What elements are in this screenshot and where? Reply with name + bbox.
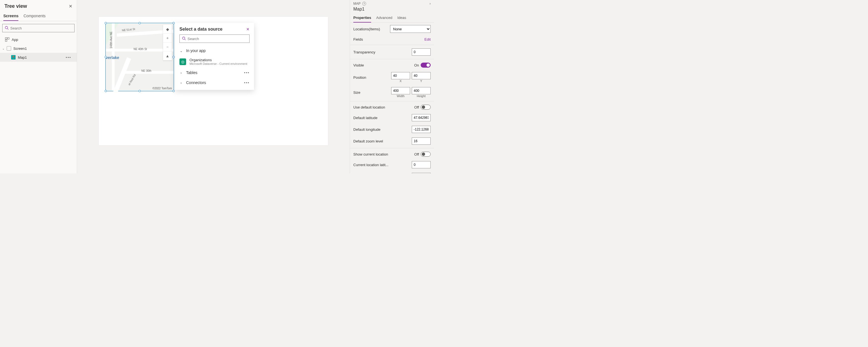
width-input[interactable] — [391, 87, 410, 94]
use-default-loc-state: Off — [414, 105, 419, 109]
def-zoom-input[interactable] — [412, 137, 431, 145]
svg-rect-3 — [7, 38, 9, 39]
tree-map-label: Map1 — [18, 55, 27, 60]
fields-label: Fields — [353, 37, 363, 41]
svg-point-5 — [183, 37, 185, 39]
tab-properties[interactable]: Properties — [353, 13, 371, 23]
tab-ideas[interactable]: Ideas — [397, 13, 406, 23]
tree-app-label: App — [12, 38, 18, 42]
map-control[interactable]: 148th Ave NE NE 51st St NE 40th St NE 30… — [105, 23, 174, 91]
control-type: MAP — [353, 2, 361, 6]
dataverse-icon: ◎ — [180, 58, 186, 65]
locations-select[interactable]: None — [390, 25, 431, 33]
cur-lat-input[interactable] — [412, 161, 431, 168]
tree-search[interactable] — [2, 24, 74, 32]
road-label: NE 51st St — [122, 28, 135, 32]
app-icon — [5, 37, 9, 42]
data-source-popup: Select a data source ✕ ⌄ In your app ◎ O… — [175, 23, 254, 90]
tab-advanced[interactable]: Advanced — [376, 13, 392, 23]
svg-rect-2 — [5, 38, 7, 39]
resize-handle[interactable] — [173, 56, 175, 58]
city-label: verlake — [106, 55, 119, 60]
road-label: NE 30th — [141, 69, 151, 72]
help-icon[interactable]: ? — [362, 2, 366, 6]
road-label: 148th Ave NE — [110, 31, 113, 49]
tab-components[interactable]: Components — [23, 11, 45, 21]
properties-panel: MAP ? › Map1 Properties Advanced Ideas L… — [350, 0, 434, 174]
height-input[interactable] — [412, 87, 431, 94]
road-label: el Red Rd — [127, 73, 136, 86]
use-default-loc-toggle[interactable] — [421, 105, 431, 109]
tab-screens[interactable]: Screens — [3, 11, 18, 21]
more-icon[interactable]: ••• — [244, 81, 250, 85]
ds-section-label: Tables — [186, 70, 241, 75]
resize-handle[interactable] — [173, 22, 175, 24]
chevron-down-icon: ⌄ — [180, 49, 183, 53]
ds-section-label: In your app — [186, 49, 250, 53]
ds-tables[interactable]: › Tables ••• — [175, 68, 254, 77]
y-sublabel: Y — [412, 79, 431, 83]
transparency-input[interactable] — [412, 49, 431, 56]
tree-app[interactable]: App — [0, 35, 77, 44]
resize-handle[interactable] — [104, 22, 107, 24]
ds-search[interactable] — [180, 34, 250, 43]
chevron-down-icon[interactable]: ⌄ — [2, 47, 4, 50]
ds-organizations[interactable]: ◎ Organizations Microsoft Dataverse - Cu… — [175, 56, 254, 68]
show-cur-label: Show current location — [353, 152, 388, 156]
show-cur-toggle[interactable] — [421, 152, 431, 157]
svg-line-1 — [7, 28, 9, 30]
cur-lon-input[interactable] — [412, 173, 431, 174]
position-y-input[interactable] — [412, 72, 431, 79]
close-icon[interactable]: ✕ — [69, 4, 72, 9]
def-lat-input[interactable] — [412, 114, 431, 121]
ds-section-label: Connectors — [186, 81, 241, 85]
ds-connectors[interactable]: › Connectors ••• — [175, 77, 254, 88]
show-cur-state: Off — [414, 152, 419, 156]
def-lat-label: Default latitude — [353, 116, 377, 120]
app-screen[interactable]: 148th Ave NE NE 51st St NE 40th St NE 30… — [99, 17, 328, 145]
width-sublabel: Width — [391, 94, 410, 98]
svg-rect-4 — [5, 40, 7, 41]
tree-screen1[interactable]: ⌄ Screen1 — [0, 44, 77, 53]
pitch-button[interactable]: ◆ — [163, 25, 172, 34]
edit-fields-button[interactable]: Edit — [425, 37, 431, 41]
ds-title: Select a data source — [180, 27, 223, 32]
expand-icon[interactable]: › — [430, 2, 431, 6]
chevron-right-icon: › — [180, 71, 183, 75]
zoom-in-button[interactable]: ＋ — [163, 34, 172, 42]
ds-search-input[interactable] — [187, 37, 247, 41]
zoom-out-button[interactable]: － — [163, 42, 172, 52]
x-sublabel: X — [391, 79, 410, 83]
position-label: Position — [353, 75, 366, 80]
search-icon — [182, 36, 186, 41]
close-icon[interactable]: ✕ — [246, 27, 250, 31]
screen-icon — [7, 46, 11, 51]
tree-view-panel: Tree view ✕ Screens Components App ⌄ Scr… — [0, 0, 77, 174]
def-lon-label: Default longitude — [353, 127, 380, 132]
locate-button[interactable]: ▲ — [163, 52, 172, 60]
ds-item-title: Organizations — [189, 58, 247, 62]
position-x-input[interactable] — [391, 72, 410, 79]
tree-map1[interactable]: 📍 Map1 ••• — [0, 53, 77, 62]
control-name: Map1 — [350, 7, 434, 13]
def-lon-input[interactable] — [412, 126, 431, 133]
resize-handle[interactable] — [104, 56, 107, 58]
svg-line-6 — [185, 39, 186, 40]
ds-in-your-app[interactable]: ⌄ In your app — [175, 45, 254, 56]
search-icon — [5, 26, 9, 31]
canvas: 148th Ave NE NE 51st St NE 40th St NE 30… — [77, 0, 350, 174]
resize-handle[interactable] — [138, 90, 141, 92]
resize-handle[interactable] — [104, 90, 107, 92]
cur-lat-label: Current location latit... — [353, 163, 389, 167]
tree-search-input[interactable] — [10, 26, 72, 30]
visible-label: Visible — [353, 63, 364, 67]
visible-toggle[interactable] — [421, 63, 431, 68]
more-icon[interactable]: ••• — [66, 55, 74, 60]
map-copyright: ©2022 TomTom — [152, 87, 172, 90]
map-icon: 📍 — [11, 55, 16, 60]
chevron-right-icon: › — [180, 81, 183, 85]
more-icon[interactable]: ••• — [244, 71, 250, 75]
resize-handle[interactable] — [138, 22, 141, 24]
map-tools: ◆ ＋ － ▲ — [163, 25, 172, 60]
resize-handle[interactable] — [173, 90, 175, 92]
